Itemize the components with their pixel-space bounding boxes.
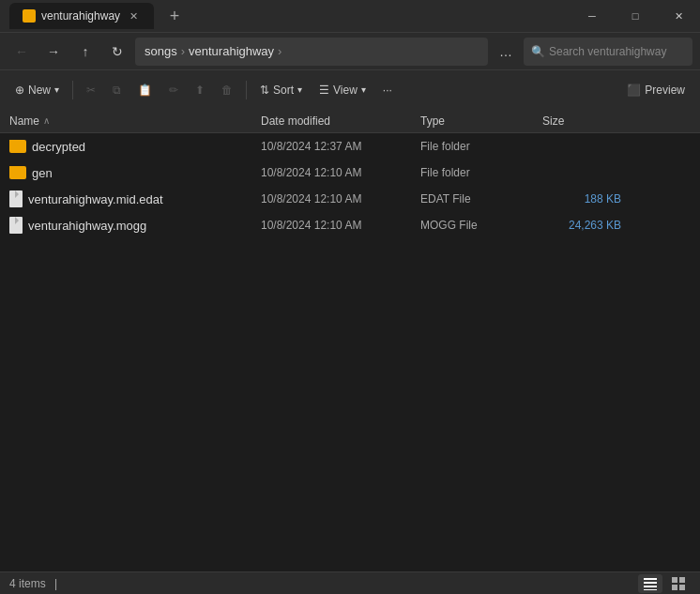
close-button[interactable]: ✕ <box>657 0 700 32</box>
svg-rect-1 <box>644 582 657 584</box>
list-header: Name ∧ Date modified Type Size <box>0 109 700 133</box>
back-button[interactable]: ← <box>8 38 36 66</box>
file-name: venturahighway.mogg <box>0 217 253 234</box>
paste-button[interactable]: 📋 <box>130 75 160 105</box>
view-label: View <box>333 84 358 97</box>
col-date-label: Date modified <box>261 114 330 128</box>
file-date: 10/8/2024 12:10 AM <box>253 219 413 232</box>
grid-view-button[interactable] <box>666 574 691 593</box>
svg-rect-4 <box>672 577 677 583</box>
search-placeholder: Search venturahighway <box>549 45 666 58</box>
up-button[interactable]: ↑ <box>71 38 99 66</box>
svg-rect-7 <box>679 585 685 590</box>
svg-rect-6 <box>672 585 677 590</box>
file-name-text: venturahighway.mogg <box>28 219 146 233</box>
more-icon: ··· <box>383 84 392 97</box>
col-size-header[interactable]: Size <box>535 114 629 128</box>
sort-icon: ⇅ <box>260 84 269 97</box>
table-row[interactable]: decrypted 10/8/2024 12:37 AM File folder <box>0 133 700 160</box>
table-row[interactable]: venturahighway.mid.edat 10/8/2024 12:10 … <box>0 186 700 212</box>
breadcrumb-songs[interactable]: songs <box>145 44 177 58</box>
table-row[interactable]: venturahighway.mogg 10/8/2024 12:10 AM M… <box>0 212 700 238</box>
preview-label: Preview <box>645 84 685 97</box>
file-list: decrypted 10/8/2024 12:37 AM File folder… <box>0 133 700 571</box>
cut-icon: ✂ <box>86 84 96 97</box>
file-name: gen <box>0 166 253 180</box>
details-view-button[interactable] <box>638 574 662 593</box>
item-count-text: 4 items <box>9 577 46 590</box>
file-type: EDAT File <box>413 192 535 206</box>
svg-rect-3 <box>644 589 657 590</box>
navigation-bar: ← → ↑ ↻ songs › venturahighway › … 🔍 Sea… <box>0 32 700 69</box>
svg-rect-5 <box>679 577 685 583</box>
file-size: 24,263 KB <box>535 219 629 232</box>
separator-2 <box>246 81 247 99</box>
preview-icon: ⬛ <box>627 84 641 97</box>
search-bar[interactable]: 🔍 Search venturahighway <box>524 38 692 66</box>
sort-indicator: ∧ <box>43 115 50 126</box>
col-type-label: Type <box>420 114 445 128</box>
col-name-header[interactable]: Name ∧ <box>0 114 253 128</box>
file-type: File folder <box>413 140 535 153</box>
col-type-header[interactable]: Type <box>413 114 535 128</box>
cut-button[interactable]: ✂ <box>79 75 103 105</box>
rename-button[interactable]: ✏ <box>161 75 186 105</box>
copy-icon: ⧉ <box>113 84 121 97</box>
file-type: MOGG File <box>413 219 535 232</box>
file-area: Name ∧ Date modified Type Size decrypted… <box>0 109 700 571</box>
file-date: 10/8/2024 12:37 AM <box>253 140 413 153</box>
col-size-label: Size <box>542 114 564 128</box>
table-row[interactable]: gen 10/8/2024 12:10 AM File folder <box>0 160 700 186</box>
folder-icon <box>9 166 26 179</box>
refresh-button[interactable]: ↻ <box>103 38 131 66</box>
view-dropdown-icon: ▾ <box>361 84 366 95</box>
maximize-button[interactable]: □ <box>614 0 657 32</box>
forward-button[interactable]: → <box>39 38 68 66</box>
file-name-text: gen <box>32 166 53 180</box>
delete-icon: 🗑 <box>221 84 233 97</box>
file-name-text: venturahighway.mid.edat <box>28 192 163 206</box>
col-name-label: Name <box>9 114 39 128</box>
view-button[interactable]: ☰ View ▾ <box>312 75 373 105</box>
titlebar-left: venturahighway ✕ + <box>9 3 188 29</box>
sort-button[interactable]: ⇅ Sort ▾ <box>252 75 310 105</box>
file-icon <box>9 190 23 207</box>
tab-close-button[interactable]: ✕ <box>126 8 141 23</box>
more-options-button[interactable]: ··· <box>375 75 400 105</box>
status-separator: | <box>54 577 57 590</box>
svg-rect-0 <box>644 578 657 580</box>
breadcrumb-venturahighway[interactable]: venturahighway <box>189 44 274 58</box>
new-tab-button[interactable]: + <box>161 3 188 29</box>
folder-icon <box>9 140 26 153</box>
file-name: venturahighway.mid.edat <box>0 190 253 207</box>
file-icon <box>9 217 23 234</box>
file-name: decrypted <box>0 140 253 154</box>
svg-rect-2 <box>644 586 657 587</box>
new-button[interactable]: ⊕ New ▾ <box>8 75 67 105</box>
sort-label: Sort <box>273 84 294 97</box>
tab-folder-icon <box>23 9 36 23</box>
share-icon: ⬆ <box>195 84 205 97</box>
file-name-text: decrypted <box>32 140 85 154</box>
command-bar: ⊕ New ▾ ✂ ⧉ 📋 ✏ ⬆ 🗑 ⇅ Sort ▾ ☰ View ▾ ··… <box>0 69 700 109</box>
search-icon: 🔍 <box>531 45 545 58</box>
item-count: 4 items | <box>9 577 63 590</box>
minimize-button[interactable]: ─ <box>571 0 614 32</box>
address-bar[interactable]: songs › venturahighway › <box>135 38 488 66</box>
new-icon: ⊕ <box>15 84 24 97</box>
more-nav-button[interactable]: … <box>492 38 520 66</box>
view-toggles <box>638 574 691 593</box>
window-controls: ─ □ ✕ <box>571 0 700 32</box>
share-button[interactable]: ⬆ <box>188 75 212 105</box>
tab-title: venturahighway <box>41 9 120 23</box>
col-date-header[interactable]: Date modified <box>253 114 413 128</box>
preview-button[interactable]: ⬛ Preview <box>619 75 692 105</box>
sort-dropdown-icon: ▾ <box>297 84 302 95</box>
delete-button[interactable]: 🗑 <box>214 75 240 105</box>
new-label: New <box>28 84 51 97</box>
file-size: 188 KB <box>535 192 629 206</box>
copy-button[interactable]: ⧉ <box>105 75 129 105</box>
status-bar: 4 items | <box>0 571 700 594</box>
active-tab[interactable]: venturahighway ✕ <box>9 3 154 29</box>
paste-icon: 📋 <box>138 84 152 97</box>
